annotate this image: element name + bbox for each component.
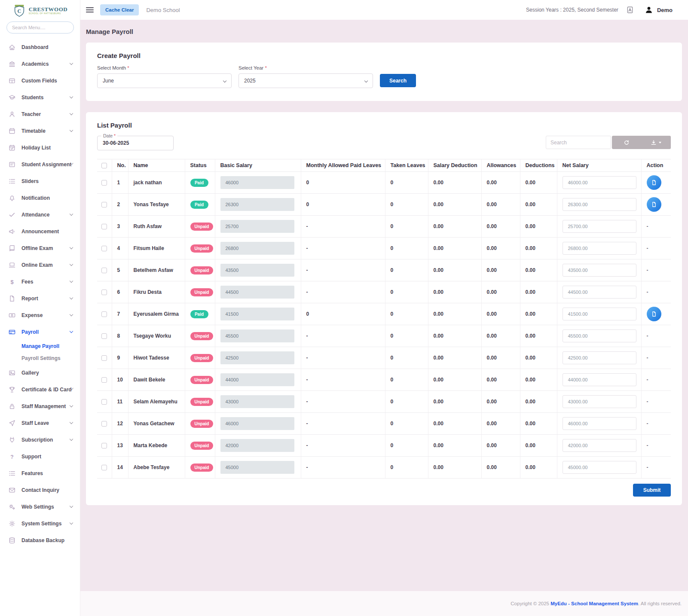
sidebar-item-gallery[interactable]: Gallery xyxy=(0,364,80,381)
net-salary-input[interactable]: 45000.00 xyxy=(563,461,636,474)
row-checkbox[interactable] xyxy=(101,246,107,251)
action-empty: - xyxy=(647,399,648,405)
row-checkbox[interactable] xyxy=(101,421,107,427)
sidebar-item-students[interactable]: Students xyxy=(0,89,80,106)
sidebar-item-teacher[interactable]: Teacher xyxy=(0,106,80,122)
sidebar: C CRESTWOOD SCHOOL OF HATTIESBURG Dashbo… xyxy=(0,0,80,616)
row-checkbox[interactable] xyxy=(101,268,107,273)
table-search-input[interactable] xyxy=(546,136,611,149)
sidebar-item-holiday-list[interactable]: Holiday List xyxy=(0,139,80,156)
export-button[interactable] xyxy=(642,136,671,149)
sidebar-item-certificate-id-card[interactable]: Certificate & ID Card xyxy=(0,381,80,398)
sidebar-subitem-manage-payroll[interactable]: Manage Payroll xyxy=(0,340,80,352)
sidebar-item-contact-inquiry[interactable]: Contact Inquiry xyxy=(0,482,80,498)
sidebar-item-announcement[interactable]: Announcement xyxy=(0,223,80,240)
date-input[interactable]: Date * 30-06-2025 xyxy=(97,136,174,150)
net-salary-input[interactable]: 43000.00 xyxy=(563,395,636,408)
hamburger-menu-icon[interactable] xyxy=(86,7,94,12)
net-salary-input[interactable]: 43500.00 xyxy=(563,264,636,277)
basic-salary-input[interactable]: 45500 xyxy=(220,329,294,342)
col-net-salary: Net Salary xyxy=(557,159,641,172)
basic-salary-input[interactable]: 44500 xyxy=(220,286,294,299)
basic-salary-input[interactable]: 46000 xyxy=(220,417,294,430)
basic-salary-input[interactable]: 44000 xyxy=(220,373,294,386)
net-salary-input[interactable]: 46000.00 xyxy=(563,417,636,430)
row-checkbox[interactable] xyxy=(101,465,107,470)
net-salary-input[interactable]: 42500.00 xyxy=(563,351,636,364)
basic-salary-input[interactable]: 25700 xyxy=(220,220,294,233)
payslip-button[interactable] xyxy=(647,197,661,212)
sidebar-item-system-settings[interactable]: System Settings xyxy=(0,515,80,532)
basic-salary-input[interactable]: 42500 xyxy=(220,351,294,364)
row-checkbox[interactable] xyxy=(101,202,107,207)
basic-salary-input[interactable]: 46000 xyxy=(220,176,294,189)
refresh-button[interactable] xyxy=(612,136,642,149)
select-all-checkbox[interactable] xyxy=(101,163,107,168)
basic-salary-input[interactable]: 43500 xyxy=(220,264,294,277)
row-checkbox[interactable] xyxy=(101,399,107,405)
net-salary-input[interactable]: 44000.00 xyxy=(563,373,636,386)
sidebar-item-fees[interactable]: Fees xyxy=(0,273,80,290)
net-salary-input[interactable]: 46000.00 xyxy=(563,176,636,189)
sidebar-item-dashboard[interactable]: Dashboard xyxy=(0,39,80,55)
sidebar-item-timetable[interactable]: Timetable xyxy=(0,122,80,139)
basic-salary-input[interactable]: 42000 xyxy=(220,439,294,452)
sidebar-item-payroll[interactable]: Payroll xyxy=(0,323,80,340)
sidebar-item-offline-exam[interactable]: Offline Exam xyxy=(0,240,80,256)
row-checkbox[interactable] xyxy=(101,443,107,448)
net-salary-input[interactable]: 26800.00 xyxy=(563,242,636,255)
row-checkbox[interactable] xyxy=(101,311,107,317)
net-salary-input[interactable]: 25700.00 xyxy=(563,220,636,233)
sidebar-item-online-exam[interactable]: Online Exam xyxy=(0,256,80,273)
cache-clear-button[interactable]: Cache Clear xyxy=(100,4,139,15)
row-checkbox[interactable] xyxy=(101,224,107,229)
basic-salary-input[interactable]: 41500 xyxy=(220,308,294,320)
basic-salary-input[interactable]: 26800 xyxy=(220,242,294,255)
sidebar-item-features[interactable]: Features xyxy=(0,465,80,482)
net-salary-input[interactable]: 42000.00 xyxy=(563,439,636,452)
sidebar-item-support[interactable]: Support xyxy=(0,448,80,465)
translate-icon[interactable] xyxy=(626,6,634,14)
user-avatar-icon[interactable] xyxy=(645,6,653,14)
row-checkbox[interactable] xyxy=(101,377,107,383)
sidebar-item-academics[interactable]: Academics xyxy=(0,55,80,72)
sidebar-item-database-backup[interactable]: Database Backup xyxy=(0,532,80,549)
row-checkbox[interactable] xyxy=(101,290,107,295)
month-select[interactable]: June xyxy=(97,73,232,88)
sidebar-item-attendance[interactable]: Attendance xyxy=(0,206,80,223)
sidebar-item-notification[interactable]: Notification xyxy=(0,189,80,206)
sidebar-item-sliders[interactable]: Sliders xyxy=(0,173,80,189)
sidebar-item-staff-leave[interactable]: Staff Leave xyxy=(0,415,80,431)
status-badge: Unpaid xyxy=(190,266,214,274)
sidebar-item-web-settings[interactable]: Web Settings xyxy=(0,498,80,515)
sidebar-item-expense[interactable]: Expense xyxy=(0,307,80,323)
basic-salary-input[interactable]: 43000 xyxy=(220,395,294,408)
table-row: 2Yonas TesfayePaid26300000.000.000.00263… xyxy=(97,194,671,216)
net-salary-input[interactable]: 45500.00 xyxy=(563,329,636,342)
cell-salary-deduction: 0.00 xyxy=(428,281,481,303)
row-checkbox[interactable] xyxy=(101,180,107,186)
net-salary-input[interactable]: 26300.00 xyxy=(563,198,636,211)
sidebar-item-custom-fields[interactable]: Custom Fields xyxy=(0,72,80,89)
sidebar-item-student-assignment[interactable]: Student Assignment xyxy=(0,156,80,173)
basic-salary-input[interactable]: 26300 xyxy=(220,198,294,211)
sidebar-item-staff-management[interactable]: Staff Management xyxy=(0,398,80,415)
payslip-button[interactable] xyxy=(647,307,661,321)
net-salary-input[interactable]: 41500.00 xyxy=(563,308,636,320)
row-checkbox[interactable] xyxy=(101,333,107,339)
sidebar-subitem-payroll-settings[interactable]: Payroll Settings xyxy=(0,352,80,364)
year-select[interactable]: 2025 xyxy=(239,73,373,88)
brand-logo[interactable]: C CRESTWOOD SCHOOL OF HATTIESBURG xyxy=(0,0,80,20)
user-menu[interactable]: Demo xyxy=(657,7,673,13)
sidebar-search-input[interactable] xyxy=(6,21,74,34)
submit-button[interactable]: Submit xyxy=(633,484,671,497)
plug-icon xyxy=(9,436,15,443)
sidebar-item-report[interactable]: Report xyxy=(0,290,80,307)
myedu-link[interactable]: MyEdu - School Management System xyxy=(550,601,638,606)
basic-salary-input[interactable]: 45000 xyxy=(220,461,294,474)
payslip-button[interactable] xyxy=(647,175,661,190)
row-checkbox[interactable] xyxy=(101,355,107,361)
net-salary-input[interactable]: 44500.00 xyxy=(563,286,636,299)
search-button[interactable]: Search xyxy=(380,74,416,87)
sidebar-item-subscription[interactable]: Subscription xyxy=(0,431,80,448)
